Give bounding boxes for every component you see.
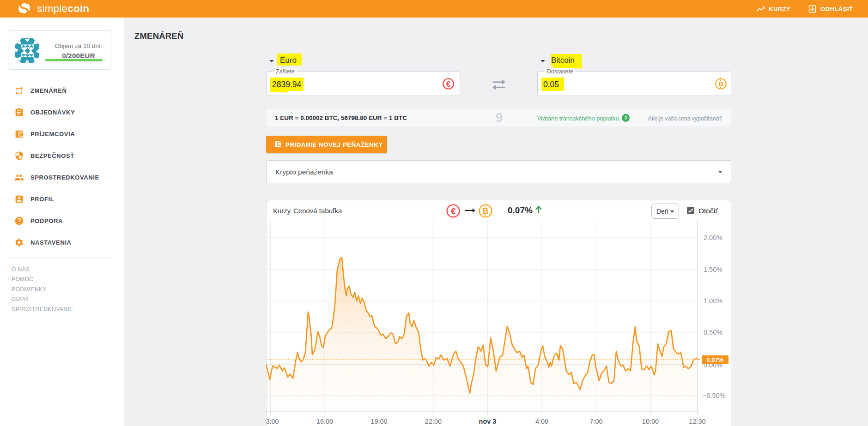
svg-text:nov 3: nov 3 bbox=[479, 418, 497, 425]
svg-text:?: ? bbox=[624, 115, 627, 121]
svg-text:€: € bbox=[446, 80, 451, 89]
svg-text:0.50%: 0.50% bbox=[704, 329, 722, 336]
svg-text:13:00: 13:00 bbox=[266, 418, 279, 425]
svg-text:4:00: 4:00 bbox=[535, 418, 548, 425]
svg-text:22:00: 22:00 bbox=[425, 418, 442, 425]
svg-text:7:00: 7:00 bbox=[589, 418, 602, 425]
svg-text:1.50%: 1.50% bbox=[704, 266, 722, 273]
svg-text:19:00: 19:00 bbox=[370, 418, 387, 425]
svg-text:2.00%: 2.00% bbox=[704, 234, 722, 241]
svg-text:1.00%: 1.00% bbox=[704, 297, 722, 305]
svg-text:−0.50%: −0.50% bbox=[703, 392, 726, 399]
svg-text:16:00: 16:00 bbox=[316, 418, 333, 425]
svg-text:B: B bbox=[718, 80, 723, 88]
svg-text:10:00: 10:00 bbox=[642, 418, 659, 425]
svg-text:0.07%: 0.07% bbox=[707, 356, 724, 363]
svg-text:12:30: 12:30 bbox=[689, 418, 705, 425]
